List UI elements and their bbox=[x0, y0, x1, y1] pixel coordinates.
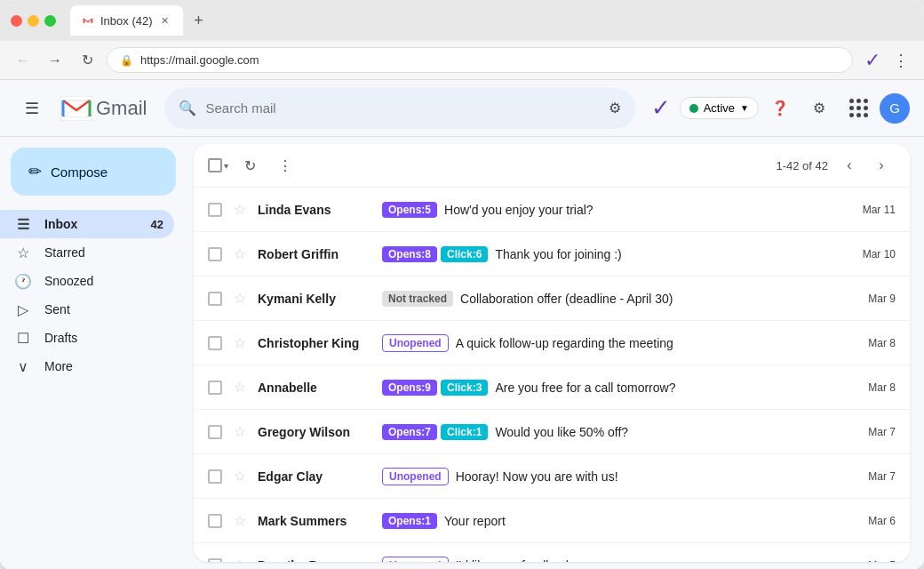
sidebar-item-snoozed[interactable]: 🕐 Snoozed bbox=[0, 267, 174, 295]
toolbar-right-controls: 1-42 of 42 ‹ › bbox=[776, 151, 896, 180]
close-window-button[interactable] bbox=[11, 15, 22, 27]
email-checkbox[interactable] bbox=[208, 292, 222, 306]
email-star-button[interactable]: ☆ bbox=[231, 423, 249, 441]
settings-button[interactable]: ⚙ bbox=[801, 91, 837, 126]
email-row[interactable]: ☆ Annabelle Opens:9Click:3 Are you free … bbox=[194, 365, 910, 410]
email-tags: Unopened bbox=[382, 557, 449, 563]
email-tag-clicks: Click:6 bbox=[441, 246, 488, 262]
active-status-badge[interactable]: Active ▼ bbox=[680, 97, 759, 119]
address-bar[interactable]: 🔒 https://mail.google.com bbox=[107, 47, 853, 73]
tab-close-button[interactable]: ✕ bbox=[158, 13, 172, 28]
account-avatar[interactable]: G bbox=[880, 93, 910, 124]
email-row[interactable]: ☆ Kymani Kelly Not tracked Collaboration… bbox=[194, 276, 910, 321]
active-label-text: Active bbox=[704, 101, 735, 115]
sidebar-item-drafts[interactable]: ☐ Drafts bbox=[0, 324, 174, 352]
reload-button[interactable]: ↻ bbox=[75, 48, 100, 73]
email-sender: Annabelle bbox=[258, 381, 382, 395]
email-row[interactable]: ☆ Edgar Clay Unopened Hooray! Now you ar… bbox=[194, 454, 910, 499]
email-tag-opens: Opens:9 bbox=[382, 380, 437, 396]
next-page-button[interactable]: › bbox=[867, 151, 896, 180]
email-star-button[interactable]: ☆ bbox=[231, 201, 249, 219]
email-date: Mar 7 bbox=[851, 426, 896, 438]
search-input[interactable] bbox=[205, 100, 599, 116]
email-tags: Unopened bbox=[382, 468, 449, 485]
email-date: Mar 8 bbox=[851, 337, 896, 349]
email-checkbox[interactable] bbox=[208, 247, 222, 261]
back-button[interactable]: ← bbox=[11, 48, 36, 73]
sidebar-item-sent[interactable]: ▷ Sent bbox=[0, 295, 174, 324]
email-checkbox[interactable] bbox=[208, 469, 222, 484]
gmail-body: ✏ Compose ☰ Inbox 42 ☆ Starred 🕐 Snoozed bbox=[0, 137, 924, 569]
email-star-button[interactable]: ☆ bbox=[231, 334, 249, 352]
hamburger-menu-button[interactable]: ☰ bbox=[14, 91, 50, 126]
minimize-window-button[interactable] bbox=[28, 15, 39, 27]
email-star-button[interactable]: ☆ bbox=[231, 379, 249, 397]
email-star-button[interactable]: ☆ bbox=[231, 512, 249, 530]
tab-bar: Inbox (42) ✕ + bbox=[70, 5, 913, 36]
select-all-box[interactable] bbox=[208, 158, 222, 172]
inbox-label: Inbox bbox=[44, 217, 151, 231]
sidebar-item-starred[interactable]: ☆ Starred bbox=[0, 238, 174, 267]
active-tab[interactable]: Inbox (42) ✕ bbox=[70, 5, 183, 36]
email-star-button[interactable]: ☆ bbox=[231, 468, 249, 485]
email-tag-opens: Opens:1 bbox=[382, 513, 437, 529]
email-subject: Hooray! Now you are with us! bbox=[456, 469, 844, 484]
inbox-icon: ☰ bbox=[14, 216, 32, 233]
email-star-button[interactable]: ☆ bbox=[231, 557, 249, 563]
email-tag-not-tracked: Not tracked bbox=[382, 291, 453, 307]
more-options-button[interactable]: ⋮ bbox=[271, 151, 299, 180]
boomerang-checkmark-icon[interactable]: ✓ bbox=[646, 93, 676, 124]
gmail-logo-text: Gmail bbox=[96, 97, 147, 120]
email-subject: Your report bbox=[444, 514, 844, 528]
gmail-logo: Gmail bbox=[60, 96, 147, 121]
extension-checkmark-icon[interactable]: ✓ bbox=[860, 48, 885, 73]
email-list-toolbar: ▾ ↻ ⋮ 1-42 of 42 ‹ › bbox=[194, 144, 910, 188]
drafts-label: Drafts bbox=[44, 331, 163, 345]
gmail-app: ☰ Gmail 🔍 ⚙ ✓ bbox=[0, 80, 924, 569]
maximize-window-button[interactable] bbox=[44, 15, 56, 27]
new-tab-button[interactable]: + bbox=[187, 8, 211, 33]
snoozed-label: Snoozed bbox=[44, 274, 163, 288]
email-star-button[interactable]: ☆ bbox=[231, 290, 249, 308]
more-icon: ∨ bbox=[14, 358, 32, 375]
email-subject: How'd you enjoy your trial? bbox=[444, 203, 844, 217]
refresh-button[interactable]: ↻ bbox=[235, 151, 264, 180]
more-label: More bbox=[44, 359, 163, 373]
email-sender: Christopher King bbox=[258, 336, 382, 350]
email-checkbox[interactable] bbox=[208, 425, 222, 439]
email-checkbox[interactable] bbox=[208, 381, 222, 395]
email-checkbox[interactable] bbox=[208, 514, 222, 528]
email-row[interactable]: ☆ Mark Summers Opens:1 Your report Mar 6 bbox=[194, 499, 910, 543]
sidebar-item-inbox[interactable]: ☰ Inbox 42 bbox=[0, 210, 174, 238]
sidebar-item-more[interactable]: ∨ More bbox=[0, 352, 174, 381]
prev-page-button[interactable]: ‹ bbox=[835, 151, 864, 180]
email-tag-unopened: Unopened bbox=[382, 468, 449, 485]
help-button[interactable]: ❓ bbox=[762, 91, 798, 126]
toolbar-actions: ✓ ⋮ bbox=[860, 48, 913, 73]
search-tune-icon[interactable]: ⚙ bbox=[609, 100, 621, 116]
select-all-checkbox[interactable]: ▾ bbox=[208, 158, 228, 172]
forward-button[interactable]: → bbox=[43, 48, 68, 73]
compose-icon: ✏ bbox=[28, 162, 42, 181]
email-checkbox[interactable] bbox=[208, 203, 222, 217]
browser-menu-button[interactable]: ⋮ bbox=[888, 48, 913, 73]
email-row[interactable]: ☆ Robert Griffin Opens:8Click:6 Thank yo… bbox=[194, 232, 910, 276]
select-chevron-icon[interactable]: ▾ bbox=[224, 161, 228, 171]
gmail-header-actions: ✓ Active ▼ ❓ ⚙ G bbox=[646, 91, 910, 126]
email-row[interactable]: ☆ Gregory Wilson Opens:7Click:1 Would yo… bbox=[194, 410, 910, 454]
compose-button[interactable]: ✏ Compose bbox=[11, 148, 176, 196]
email-tags: Opens:5 bbox=[382, 202, 437, 218]
email-row[interactable]: ☆ Linda Evans Opens:5 How'd you enjoy yo… bbox=[194, 188, 910, 232]
email-row[interactable]: ☆ Christopher King Unopened A quick foll… bbox=[194, 321, 910, 365]
email-checkbox[interactable] bbox=[208, 336, 222, 350]
email-date: Mar 9 bbox=[851, 293, 896, 305]
email-sender: Linda Evans bbox=[258, 203, 382, 217]
search-icon: 🔍 bbox=[179, 100, 196, 116]
email-checkbox[interactable] bbox=[208, 558, 222, 563]
google-apps-button[interactable] bbox=[840, 91, 876, 126]
email-row[interactable]: ☆ Dorothy Brown Unopened I'd like your f… bbox=[194, 543, 910, 562]
email-star-button[interactable]: ☆ bbox=[231, 245, 249, 263]
sent-icon: ▷ bbox=[14, 301, 32, 318]
email-sender: Kymani Kelly bbox=[258, 292, 382, 306]
gmail-search-bar[interactable]: 🔍 ⚙ bbox=[164, 88, 634, 129]
